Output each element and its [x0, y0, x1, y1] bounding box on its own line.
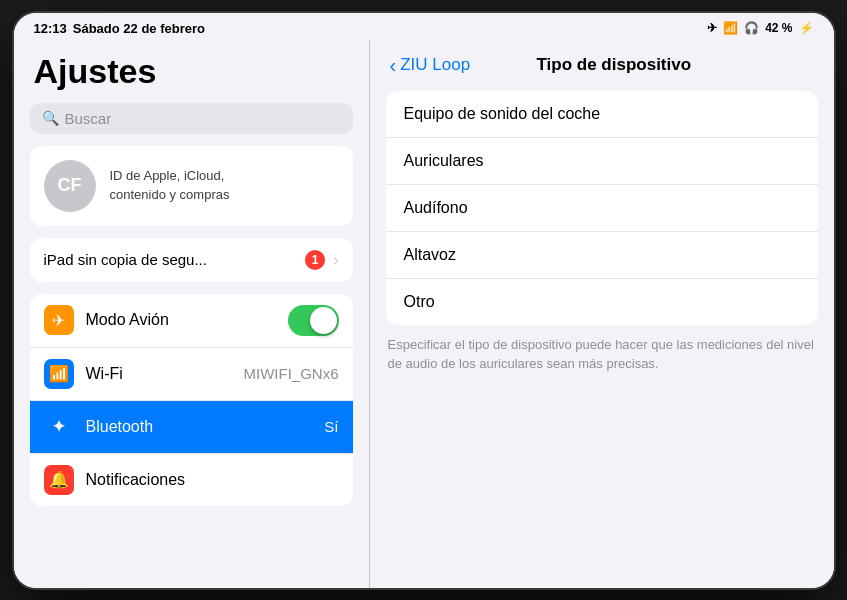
sidebar: Ajustes 🔍 Buscar CF ID de Apple, iCloud,… [14, 40, 369, 588]
avatar: CF [44, 160, 96, 212]
device-type-altavoz-label: Altavoz [404, 246, 456, 264]
profile-description: ID de Apple, iCloud,contenido y compras [110, 167, 230, 203]
search-icon: 🔍 [42, 110, 59, 126]
back-button[interactable]: ‹ ZIU Loop [390, 54, 471, 77]
back-label: ZIU Loop [400, 55, 470, 75]
device-type-auriculares-label: Auriculares [404, 152, 484, 170]
right-header: ‹ ZIU Loop Tipo de dispositivo [370, 40, 834, 91]
settings-item-wifi[interactable]: 📶 Wi-Fi MIWIFI_GNx6 [30, 348, 353, 401]
battery-icon: ⚡ [799, 21, 814, 35]
airplane-icon: ✈ [707, 21, 717, 35]
status-left: 12:13 Sábado 22 de febrero [34, 21, 205, 36]
device-type-audifono-label: Audífono [404, 199, 468, 217]
headphone-icon: 🎧 [744, 21, 759, 35]
main-content: Ajustes 🔍 Buscar CF ID de Apple, iCloud,… [14, 40, 834, 588]
device-type-auriculares[interactable]: Auriculares [386, 138, 818, 185]
avion-label: Modo Avión [86, 311, 276, 329]
hint-text: Especificar el tipo de dispositivo puede… [370, 325, 834, 384]
battery-percent: 42 % [765, 21, 792, 35]
wifi-status-icon: 📶 [723, 21, 738, 35]
right-panel-title: Tipo de dispositivo [474, 55, 753, 75]
backup-badge: 1 [305, 250, 325, 270]
bluetooth-label: Bluetooth [86, 418, 313, 436]
wifi-label: Wi-Fi [86, 365, 232, 383]
notif-label: Notificaciones [86, 471, 339, 489]
status-bar: 12:13 Sábado 22 de febrero ✈ 📶 🎧 42 % ⚡ [14, 13, 834, 40]
settings-item-notificaciones[interactable]: 🔔 Notificaciones [30, 454, 353, 506]
back-chevron-icon: ‹ [390, 54, 397, 77]
backup-text: iPad sin copia de segu... [44, 251, 298, 268]
device-type-otro-label: Otro [404, 293, 435, 311]
profile-card[interactable]: CF ID de Apple, iCloud,contenido y compr… [30, 146, 353, 226]
device-frame: 12:13 Sábado 22 de febrero ✈ 📶 🎧 42 % ⚡ … [14, 13, 834, 588]
device-type-coche[interactable]: Equipo de sonido del coche [386, 91, 818, 138]
right-panel: ‹ ZIU Loop Tipo de dispositivo Equipo de… [369, 40, 834, 588]
device-type-audifono[interactable]: Audífono [386, 185, 818, 232]
device-type-otro[interactable]: Otro [386, 279, 818, 325]
search-placeholder: Buscar [65, 110, 112, 127]
sidebar-title: Ajustes [30, 52, 353, 91]
settings-item-bluetooth[interactable]: ✦ Bluetooth Sí [30, 401, 353, 454]
avion-icon: ✈ [44, 305, 74, 335]
notif-icon: 🔔 [44, 465, 74, 495]
settings-item-avion[interactable]: ✈ Modo Avión [30, 294, 353, 348]
device-type-altavoz[interactable]: Altavoz [386, 232, 818, 279]
bluetooth-icon: ✦ [44, 412, 74, 442]
search-bar[interactable]: 🔍 Buscar [30, 103, 353, 134]
date: Sábado 22 de febrero [73, 21, 205, 36]
settings-list: ✈ Modo Avión 📶 Wi-Fi MIWIFI_GNx6 [30, 294, 353, 506]
toggle-knob [310, 307, 337, 334]
avion-toggle[interactable] [288, 305, 339, 336]
device-type-list: Equipo de sonido del coche Auriculares A… [386, 91, 818, 325]
chevron-right-icon: › [333, 251, 338, 269]
bluetooth-value: Sí [324, 418, 338, 435]
wifi-value: MIWIFI_GNx6 [243, 365, 338, 382]
time: 12:13 [34, 21, 67, 36]
backup-banner[interactable]: iPad sin copia de segu... 1 › [30, 238, 353, 282]
wifi-icon: 📶 [44, 359, 74, 389]
status-right: ✈ 📶 🎧 42 % ⚡ [707, 21, 813, 35]
device-type-coche-label: Equipo de sonido del coche [404, 105, 601, 123]
